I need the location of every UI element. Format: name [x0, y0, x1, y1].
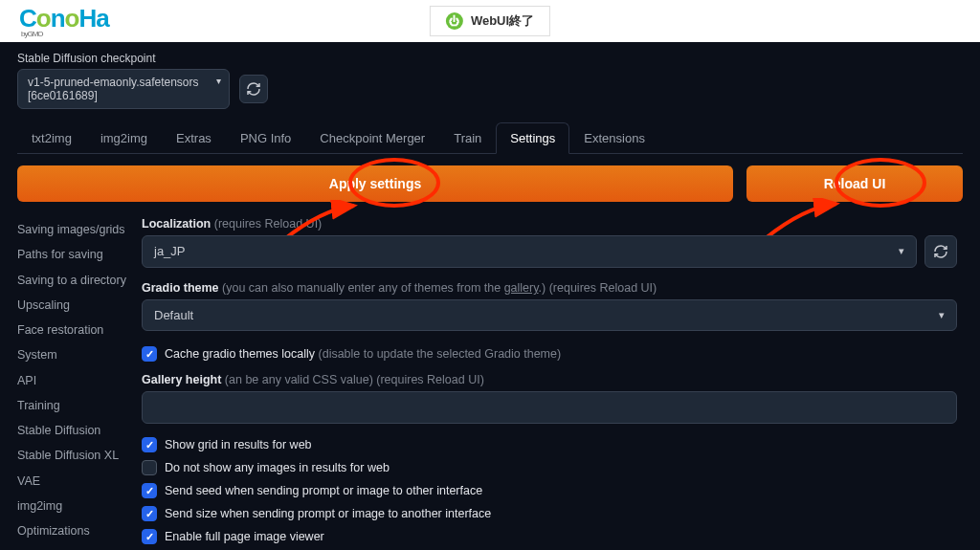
localization-value: ja_JP: [154, 244, 186, 258]
sidebar-item-saving-images[interactable]: Saving images/grids: [17, 217, 132, 242]
checkpoint-refresh-button[interactable]: [239, 75, 268, 103]
gallery-height-label: Gallery height (an be any valid CSS valu…: [142, 373, 957, 386]
settings-sidebar: Saving images/grids Paths for saving Sav…: [17, 217, 132, 550]
tab-txt2img[interactable]: txt2img: [17, 122, 86, 153]
sidebar-item-vae[interactable]: VAE: [17, 469, 132, 494]
logo: ConoHa byGMO: [19, 4, 109, 38]
apply-settings-button[interactable]: Apply settings: [17, 165, 733, 202]
sidebar-item-api[interactable]: API: [17, 368, 132, 393]
tab-checkpoint-merger[interactable]: Checkpoint Merger: [305, 122, 439, 153]
checkpoint-label: Stable Diffusion checkpoint: [17, 52, 963, 65]
sidebar-item-face-restoration[interactable]: Face restoration: [17, 318, 132, 342]
tab-settings[interactable]: Settings: [496, 122, 569, 154]
send-seed-row: Send seed when sending prompt or image t…: [142, 479, 957, 502]
gradio-theme-value: Default: [154, 308, 193, 322]
cache-themes-row: Cache gradio themes locally (disable to …: [142, 342, 957, 365]
cache-themes-checkbox[interactable]: [142, 346, 157, 362]
no-images-row: Do not show any images in results for we…: [142, 456, 957, 479]
settings-button-row: Apply settings Reload UI: [17, 165, 963, 202]
tab-extras[interactable]: Extras: [162, 122, 226, 153]
sidebar-item-upscaling[interactable]: Upscaling: [17, 293, 132, 318]
sidebar-item-compatibility[interactable]: Compatibility: [17, 543, 132, 550]
webui-end-label: WebUI終了: [471, 12, 534, 30]
refresh-icon: [246, 81, 261, 97]
sidebar-item-system[interactable]: System: [17, 342, 132, 367]
power-icon: ⏻: [446, 12, 463, 30]
gradio-theme-select[interactable]: Default: [142, 299, 957, 331]
gradio-theme-label: Gradio theme (you can also manually ente…: [142, 281, 957, 295]
gallery-height-input[interactable]: [142, 391, 957, 424]
sidebar-item-saving-dir[interactable]: Saving to a directory: [17, 268, 132, 293]
full-viewer-row: Enable full page image viewer: [142, 525, 957, 548]
show-grid-checkbox[interactable]: [142, 437, 157, 452]
sidebar-item-optimizations[interactable]: Optimizations: [17, 518, 132, 543]
checkpoint-select[interactable]: v1-5-pruned-emaonly.safetensors [6ce0161…: [17, 69, 230, 109]
sidebar-item-paths[interactable]: Paths for saving: [17, 242, 132, 267]
refresh-icon: [933, 244, 948, 259]
localization-label: Localization (requires Reload UI): [142, 217, 957, 231]
reload-ui-button[interactable]: Reload UI: [746, 165, 963, 202]
send-size-row: Send size when sending prompt or image t…: [142, 502, 957, 525]
sidebar-item-training[interactable]: Training: [17, 393, 132, 418]
checkpoint-value: v1-5-pruned-emaonly.safetensors [6ce0161…: [28, 76, 199, 102]
sidebar-item-sd[interactable]: Stable Diffusion: [17, 418, 132, 443]
localization-refresh-button[interactable]: [924, 235, 957, 268]
localization-select[interactable]: ja_JP: [142, 235, 917, 268]
tab-pnginfo[interactable]: PNG Info: [226, 122, 305, 153]
full-viewer-checkbox[interactable]: [142, 529, 157, 544]
no-images-checkbox[interactable]: [142, 460, 157, 475]
top-header: ConoHa byGMO ⏻ WebUI終了: [0, 0, 980, 42]
sidebar-item-img2img[interactable]: img2img: [17, 494, 132, 518]
main-tabs: txt2img img2img Extras PNG Info Checkpoi…: [17, 122, 963, 154]
webui-end-button[interactable]: ⏻ WebUI終了: [430, 6, 550, 36]
show-grid-row: Show grid in results for web: [142, 433, 957, 456]
sidebar-item-sdxl[interactable]: Stable Diffusion XL: [17, 443, 132, 468]
settings-main: Localization (requires Reload UI) ja_JP …: [142, 217, 963, 550]
tab-extensions[interactable]: Extensions: [569, 122, 659, 153]
tab-img2img[interactable]: img2img: [86, 122, 162, 153]
tab-train[interactable]: Train: [439, 122, 496, 153]
send-seed-checkbox[interactable]: [142, 483, 157, 498]
send-size-checkbox[interactable]: [142, 506, 157, 521]
